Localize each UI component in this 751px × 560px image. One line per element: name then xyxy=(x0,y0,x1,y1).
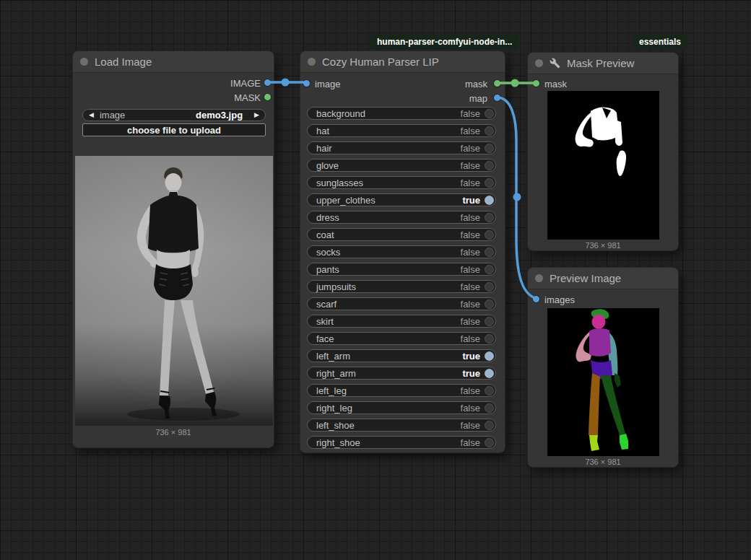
node-title: Load Image xyxy=(95,56,152,68)
toggle-value: false xyxy=(461,178,480,188)
toggle-dress[interactable]: dressfalse xyxy=(307,211,496,224)
node-title: Cozy Human Parser LIP xyxy=(322,56,439,68)
toggle-knob[interactable] xyxy=(485,351,494,361)
toggle-knob[interactable] xyxy=(485,230,494,240)
toggle-face[interactable]: facefalse xyxy=(307,332,496,345)
toggle-knob[interactable] xyxy=(485,213,494,222)
group-badge-essentials[interactable]: essentials xyxy=(633,34,687,49)
toggle-knob[interactable] xyxy=(485,161,494,170)
toggle-upper_clothes[interactable]: upper_clothestrue xyxy=(307,193,496,206)
toggle-knob[interactable] xyxy=(485,386,494,395)
toggle-hat[interactable]: hatfalse xyxy=(307,124,496,137)
toggle-label: right_shoe xyxy=(316,437,461,448)
input-port-image[interactable] xyxy=(303,79,311,87)
collapse-dot[interactable] xyxy=(535,274,543,282)
node-mask-preview[interactable]: Mask Preview mask 736 × 981 xyxy=(527,52,679,251)
toggle-label: sunglasses xyxy=(316,178,461,188)
toggle-label: upper_clothes xyxy=(316,195,462,206)
toggle-sunglasses[interactable]: sunglassesfalse xyxy=(307,176,496,189)
toggle-knob[interactable] xyxy=(485,126,494,136)
link-dot-image[interactable] xyxy=(282,79,290,87)
toggle-knob[interactable] xyxy=(485,178,494,188)
toggle-knob[interactable] xyxy=(485,144,494,153)
image-combo-widget[interactable]: ◀ image demo3.jpg ▶ xyxy=(82,109,266,121)
output-port-map[interactable] xyxy=(493,94,501,102)
link-dot-mask[interactable] xyxy=(511,79,519,87)
toggle-right_shoe[interactable]: right_shoefalse xyxy=(307,436,496,449)
toggle-knob[interactable] xyxy=(485,421,494,430)
input-label-image: image xyxy=(315,79,340,89)
toggle-socks[interactable]: socksfalse xyxy=(307,245,496,258)
toggle-value: false xyxy=(461,108,480,119)
input-label-mask: mask xyxy=(544,79,567,89)
output-port-mask[interactable] xyxy=(264,93,272,101)
node-mask-preview-titlebar[interactable]: Mask Preview xyxy=(528,53,678,74)
toggle-value: false xyxy=(461,160,480,171)
toggle-left_leg[interactable]: left_legfalse xyxy=(307,384,496,397)
toggle-knob[interactable] xyxy=(485,317,494,326)
output-port-image[interactable] xyxy=(264,79,272,87)
toggle-label: dress xyxy=(316,212,461,223)
link-dot-map[interactable] xyxy=(513,193,521,201)
node-load-image[interactable]: Load Image IMAGE MASK ◀ image demo3.jpg … xyxy=(72,51,274,448)
toggle-label: skirt xyxy=(316,316,461,327)
toggle-hair[interactable]: hairfalse xyxy=(307,141,496,154)
toggle-value: false xyxy=(461,316,480,327)
toggle-knob[interactable] xyxy=(485,299,494,309)
toggle-value: false xyxy=(461,333,480,344)
toggle-coat[interactable]: coatfalse xyxy=(307,228,496,241)
toggle-value: false xyxy=(461,403,480,414)
output-label-mask: mask xyxy=(465,79,487,89)
toggle-knob[interactable] xyxy=(485,369,494,378)
image-size-label: 736 × 981 xyxy=(73,428,274,437)
choose-file-button[interactable]: choose file to upload xyxy=(82,123,266,136)
toggle-jumpsuits[interactable]: jumpsuitsfalse xyxy=(307,280,496,293)
toggle-knob[interactable] xyxy=(485,248,494,257)
toggle-label: left_arm xyxy=(316,351,462,362)
collapse-dot[interactable] xyxy=(80,58,88,66)
toggle-knob[interactable] xyxy=(485,403,494,413)
toggle-skirt[interactable]: skirtfalse xyxy=(307,315,496,328)
segmentation-preview-image xyxy=(547,308,659,456)
input-port-mask[interactable] xyxy=(532,79,540,87)
toggle-knob[interactable] xyxy=(485,334,494,344)
node-preview-image-titlebar[interactable]: Preview Image xyxy=(528,268,678,289)
toggle-glove[interactable]: glovefalse xyxy=(307,159,496,172)
group-badge-human-parser[interactable]: human-parser-comfyui-node-in... xyxy=(370,34,518,49)
toggle-knob[interactable] xyxy=(485,109,494,118)
toggle-label: socks xyxy=(316,247,461,258)
toggle-knob[interactable] xyxy=(485,282,494,292)
toggle-pants[interactable]: pantsfalse xyxy=(307,263,496,276)
collapse-dot[interactable] xyxy=(535,59,543,67)
toggle-left_arm[interactable]: left_armtrue xyxy=(307,349,496,362)
input-port-images[interactable] xyxy=(532,295,540,303)
toggle-scarf[interactable]: scarffalse xyxy=(307,297,496,310)
toggle-knob[interactable] xyxy=(485,196,494,205)
toggle-background[interactable]: backgroundfalse xyxy=(307,107,496,120)
toggle-value: false xyxy=(461,143,480,154)
toggle-label: scarf xyxy=(316,299,461,310)
node-graph-canvas[interactable]: human-parser-comfyui-node-in... essentia… xyxy=(0,0,751,560)
toggle-label: hair xyxy=(316,143,461,154)
node-load-image-titlebar[interactable]: Load Image xyxy=(73,51,274,73)
toggle-left_shoe[interactable]: left_shoefalse xyxy=(307,419,496,432)
toggle-value: false xyxy=(461,126,480,136)
toggle-value: true xyxy=(462,195,480,206)
combo-next-icon[interactable]: ▶ xyxy=(254,112,259,118)
node-preview-image[interactable]: Preview Image images 736 × 981 xyxy=(527,267,679,468)
toggle-right_leg[interactable]: right_legfalse xyxy=(307,401,496,414)
toggle-knob[interactable] xyxy=(485,438,494,447)
toggle-right_arm[interactable]: right_armtrue xyxy=(307,367,496,380)
node-cozy-human-parser-lip[interactable]: Cozy Human Parser LIP image mask map bac… xyxy=(300,51,505,453)
input-label-images: images xyxy=(544,294,575,305)
collapse-dot[interactable] xyxy=(308,58,316,66)
toggle-value: false xyxy=(461,229,480,240)
node-parser-titlebar[interactable]: Cozy Human Parser LIP xyxy=(300,51,505,73)
output-port-mask[interactable] xyxy=(493,79,501,87)
toggle-knob[interactable] xyxy=(485,265,494,274)
combo-value: demo3.jpg xyxy=(196,110,243,121)
toggle-value: true xyxy=(462,351,480,362)
toggle-label: face xyxy=(316,333,461,344)
toggle-value: false xyxy=(461,385,480,396)
combo-prev-icon[interactable]: ◀ xyxy=(89,112,94,118)
